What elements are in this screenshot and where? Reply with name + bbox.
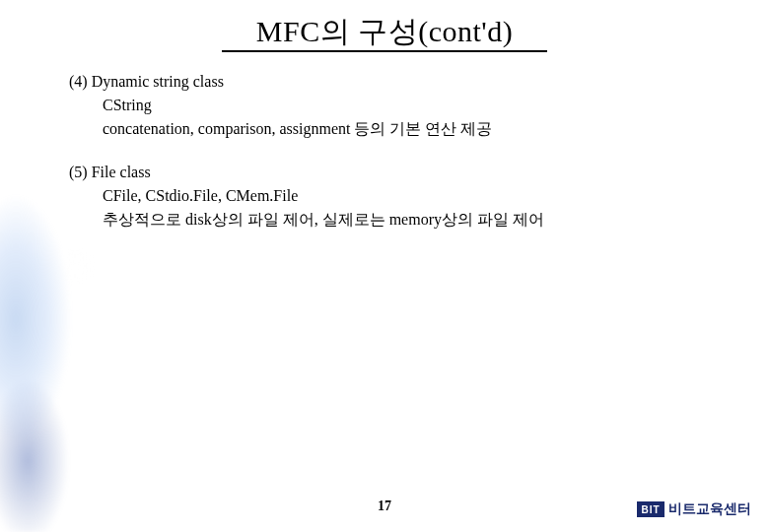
section-4-head: (4) Dynamic string class — [69, 70, 730, 94]
section-4-line-2: concatenation, comparison, assignment 등의… — [69, 117, 730, 141]
slide-title: MFC의 구성(cont'd) — [0, 0, 769, 54]
logo-abbr: BIT — [637, 501, 664, 517]
section-5-head: (5) File class — [69, 161, 730, 184]
section-5-line-2: 추상적으로 disk상의 파일 제어, 실제로는 memory상의 파일 제어 — [69, 208, 730, 232]
logo-text: 비트교육센터 — [668, 500, 751, 518]
footer-logo: BIT 비트교육센터 — [637, 500, 751, 518]
section-5-line-1: CFile, CStdio.File, CMem.File — [69, 184, 730, 208]
section-4-line-1: CString — [69, 94, 730, 117]
section-5: (5) File class CFile, CStdio.File, CMem.… — [69, 161, 730, 232]
title-underline — [222, 50, 547, 52]
slide-content: (4) Dynamic string class CString concate… — [0, 56, 769, 232]
section-4: (4) Dynamic string class CString concate… — [69, 70, 730, 141]
